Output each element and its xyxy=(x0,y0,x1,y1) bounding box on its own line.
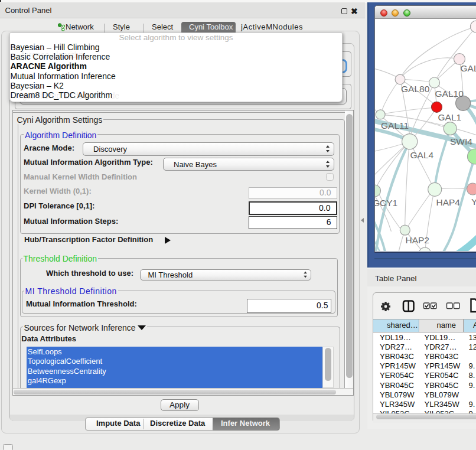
svg-text:GAL80: GAL80 xyxy=(401,84,430,94)
svg-text:HAP4: HAP4 xyxy=(436,197,460,207)
svg-text:GAL11: GAL11 xyxy=(381,120,409,131)
svg-text:Y: Y xyxy=(471,197,476,207)
svg-text:GAL: GAL xyxy=(460,63,476,73)
svg-text:SWI4: SWI4 xyxy=(450,136,472,146)
svg-text:GAL10: GAL10 xyxy=(435,89,464,99)
svg-text:HAP2: HAP2 xyxy=(405,235,429,245)
svg-text:GAL4: GAL4 xyxy=(410,150,433,160)
svg-text:GCY1: GCY1 xyxy=(375,198,397,208)
svg-text:GAL1: GAL1 xyxy=(438,112,461,122)
